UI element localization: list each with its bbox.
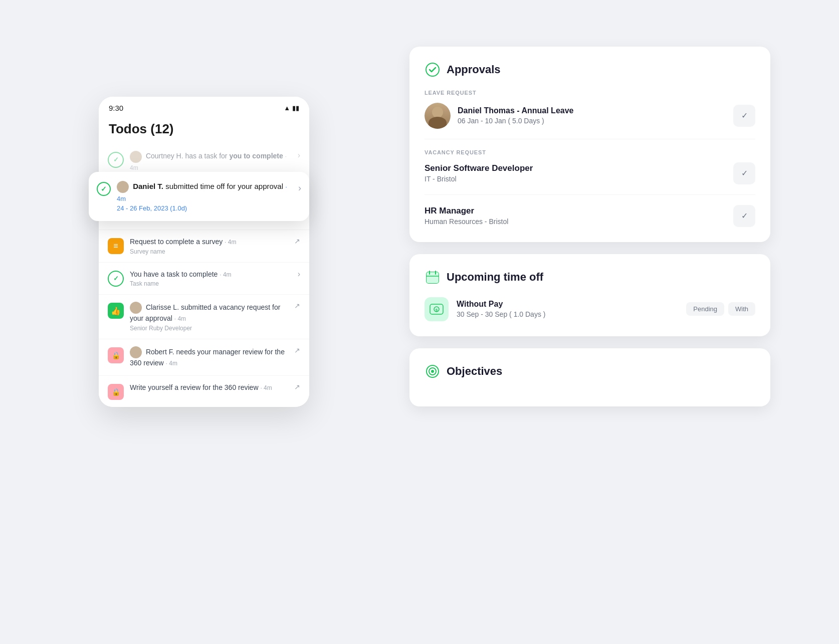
time-off-dates: 30 Sep - 30 Sep ( 1.0 Days ) [457, 310, 678, 318]
lock-symbol-2: 🔒 [112, 388, 120, 396]
check-mark: ✓ [113, 275, 119, 282]
item-title: You have a task to complete · 4m [130, 270, 292, 280]
vacancy-approve-button-1[interactable]: ✓ [733, 162, 755, 184]
item-title: Courtney H. has a task for you to comple… [130, 151, 292, 173]
with-badge: With [728, 302, 755, 316]
check-mark: ✓ [101, 185, 107, 193]
approvals-card: Approvals LEAVE REQUEST Daniel Th [409, 47, 770, 242]
floating-todo-item[interactable]: ✓ Daniel T. submitted time off for your … [89, 172, 309, 221]
item-content: Request to complete a survey · 4m Survey… [130, 237, 288, 255]
leave-dates: 06 Jan - 10 Jan ( 5.0 Days ) [458, 117, 573, 125]
list-item[interactable]: ≡ Request to complete a survey · 4m Surv… [99, 230, 309, 263]
check-icon-circle: ✓ [108, 271, 124, 287]
avatar [130, 302, 142, 314]
time-off-header: Upcoming time off [425, 269, 755, 285]
arrow-icon: › [298, 270, 300, 279]
signal-icon: ▲ [284, 104, 290, 112]
vacancy-name-1: Senior Software Developer [425, 163, 533, 173]
list-item[interactable]: 🔒 Write yourself a review for the 360 re… [99, 376, 309, 407]
vacancy-section: VACANCY REQUEST Senior Software Develope… [425, 149, 755, 227]
svg-point-0 [426, 63, 439, 76]
item-content: Clarisse L. submitted a vacancy request … [130, 302, 288, 332]
vacancy-info-2: HR Manager Human Resources - Bristol [425, 206, 508, 226]
leave-approval-info: Daniel Thomas - Annual Leave 06 Jan - 10… [458, 106, 573, 125]
item-text: Courtney H. has a task for you to comple… [130, 152, 287, 171]
phone-card: 9:30 ▲ ▮▮ Todos (12) ✓ Courtney H. has a… [99, 97, 309, 407]
leave-approval-left: Daniel Thomas - Annual Leave 06 Jan - 10… [425, 103, 573, 129]
money-icon: $ [425, 297, 449, 321]
time-off-name: Without Pay [457, 300, 678, 309]
lock-icon-2: 🔒 [108, 384, 124, 400]
objectives-title: Objectives [447, 365, 502, 378]
item-title: Clarisse L. submitted a vacancy request … [130, 302, 288, 324]
lock-symbol: 🔒 [112, 351, 120, 359]
list-item[interactable]: 👍 Clarisse L. submitted a vacancy reques… [99, 295, 309, 339]
vacancy-approve-button-2[interactable]: ✓ [733, 205, 755, 227]
vacancy-section-label: VACANCY REQUEST [425, 149, 755, 155]
svg-point-11 [431, 370, 434, 373]
list-item[interactable]: 🔒 Robert F. needs your manager review fo… [99, 339, 309, 376]
todo-name: Daniel T. [133, 182, 163, 190]
svg-text:$: $ [436, 308, 438, 312]
target-icon [425, 363, 441, 379]
avatar [130, 151, 142, 163]
check-mark: ✓ [113, 156, 119, 163]
thumb-symbol: 👍 [111, 306, 121, 316]
thumb-icon: 👍 [108, 303, 124, 319]
item-sub: Task name [130, 280, 292, 287]
vacancy-dept-1: IT - Bristol [425, 175, 533, 183]
objectives-card: Objectives [409, 348, 770, 406]
right-panel: Approvals LEAVE REQUEST Daniel Th [409, 47, 770, 406]
phone-time: 9:30 [109, 104, 123, 112]
approvals-check-icon [425, 62, 441, 78]
item-sub: Senior Ruby Developer [130, 325, 288, 332]
time-off-title: Upcoming time off [447, 271, 543, 284]
phone-title: Todos (12) [109, 121, 174, 136]
approvals-header: Approvals [425, 62, 755, 78]
vacancy-name-2: HR Manager [425, 206, 508, 216]
phone-header: Todos (12) [99, 116, 309, 144]
battery-icon: ▮▮ [292, 104, 299, 112]
todo-date: 24 - 26 Feb, 2023 (1.0d) [117, 204, 292, 212]
item-title: Robert F. needs your manager review for … [130, 346, 288, 368]
item-sub: Survey name [130, 248, 288, 255]
time-off-row: $ Without Pay 30 Sep - 30 Sep ( 1.0 Days… [425, 297, 755, 321]
time-off-badges: Pending With [686, 302, 755, 316]
todo-check-circle: ✓ [97, 182, 111, 196]
lock-icon: 🔒 [108, 347, 124, 363]
survey-icon: ≡ [108, 238, 124, 254]
item-title: Request to complete a survey · 4m [130, 237, 288, 247]
external-link-icon: ↗ [294, 302, 300, 310]
calendar-icon [425, 269, 441, 285]
todo-arrow-icon: › [298, 183, 301, 193]
approvals-title: Approvals [447, 63, 501, 76]
leave-approve-button[interactable]: ✓ [733, 105, 755, 127]
external-link-icon: ↗ [294, 237, 300, 245]
leave-person-name: Daniel Thomas - Annual Leave [458, 106, 573, 115]
avatar [117, 181, 129, 193]
vacancy-row-1: Senior Software Developer IT - Bristol ✓ [425, 162, 755, 195]
time-off-card: Upcoming time off $ Without Pay 30 Sep -… [409, 254, 770, 336]
vacancy-dept-2: Human Resources - Bristol [425, 218, 508, 226]
daniel-avatar [425, 103, 451, 129]
list-item[interactable]: ✓ You have a task to complete · 4m Task … [99, 263, 309, 295]
external-link-icon: ↗ [294, 346, 300, 354]
pending-badge: Pending [686, 302, 724, 316]
external-link-icon: ↗ [294, 383, 300, 391]
avatar [130, 346, 142, 358]
check-icon-circle: ✓ [108, 152, 124, 168]
objectives-header: Objectives [425, 363, 755, 379]
todo-floating-title: Daniel T. submitted time off for your ap… [117, 181, 292, 203]
todo-floating-content: Daniel T. submitted time off for your ap… [117, 181, 292, 212]
phone-status-bar: 9:30 ▲ ▮▮ [99, 97, 309, 116]
vacancy-row-2: HR Manager Human Resources - Bristol ✓ [425, 205, 755, 227]
item-title: Write yourself a review for the 360 revi… [130, 383, 288, 393]
item-content: Write yourself a review for the 360 revi… [130, 383, 288, 393]
vacancy-info-1: Senior Software Developer IT - Bristol [425, 163, 533, 183]
leave-section-label: LEAVE REQUEST [425, 90, 755, 96]
arrow-icon: › [298, 151, 300, 160]
time-off-info: Without Pay 30 Sep - 30 Sep ( 1.0 Days ) [457, 300, 678, 318]
svg-rect-2 [427, 272, 439, 283]
leave-approval-row: Daniel Thomas - Annual Leave 06 Jan - 10… [425, 103, 755, 139]
item-content: Robert F. needs your manager review for … [130, 346, 288, 368]
